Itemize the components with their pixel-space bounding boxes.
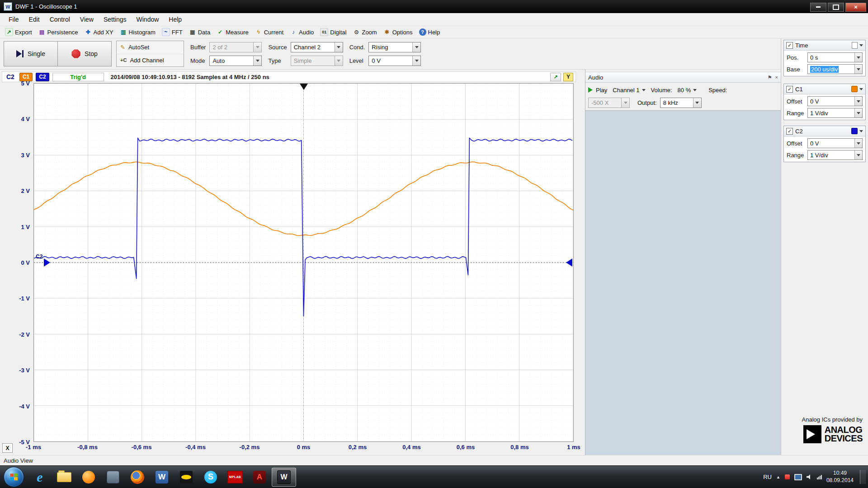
cond-dropdown-icon[interactable] xyxy=(412,42,420,52)
scope-header: C2 C1 C2 Trig'd 2014/09/08 10:49:10.913 … xyxy=(2,71,576,82)
pin-icon[interactable]: ⚑ xyxy=(768,75,772,80)
menu-file[interactable]: File xyxy=(4,14,24,26)
taskbar-adobe-reader[interactable]: A xyxy=(247,468,272,487)
c1-range-select[interactable]: 1 V/div xyxy=(807,108,863,118)
update-tray-icon[interactable] xyxy=(785,474,790,479)
status-text: Audio View xyxy=(4,457,33,464)
clock[interactable]: 10:49 08.09.2014 xyxy=(826,470,854,484)
title-bar[interactable]: W DWF 1 - Oscilloscope 1 × xyxy=(0,0,868,13)
c2-range-select[interactable]: 1 V/div xyxy=(807,150,863,160)
c2-offset-marker[interactable] xyxy=(44,258,50,267)
maximize-button[interactable] xyxy=(828,3,844,12)
network-icon[interactable] xyxy=(817,475,822,479)
taskbar-dev-app[interactable] xyxy=(101,468,125,487)
autoset-button[interactable]: ✎ AutoSet xyxy=(117,41,184,54)
source-select[interactable]: Channel 2 xyxy=(291,42,343,52)
taskbar-media-player[interactable] xyxy=(76,468,101,487)
system-tray: RU ▲ 10:49 08.09.2014 xyxy=(763,470,867,484)
speed-select[interactable]: -500 X xyxy=(588,98,630,108)
time-checkbox[interactable]: ✓ xyxy=(786,42,793,49)
toolbar-digital[interactable]: 01Digital xyxy=(317,27,349,38)
output-select[interactable]: 8 kHz xyxy=(660,98,702,108)
c2-menu-icon[interactable] xyxy=(859,130,863,132)
trigger-level-marker[interactable] xyxy=(566,258,572,267)
channel2-chip[interactable]: C2 xyxy=(36,73,49,81)
audio-channel-select[interactable]: Channel 1 xyxy=(610,85,647,95)
c2-offset-value: 0 V xyxy=(810,140,854,147)
single-label: Single xyxy=(28,50,45,57)
menu-help[interactable]: Help xyxy=(164,14,187,26)
toolbar-options[interactable]: ✱Options xyxy=(380,27,416,38)
time-menu-icon[interactable] xyxy=(859,44,863,47)
type-select[interactable]: Simple xyxy=(291,56,343,66)
buffer-dropdown-icon[interactable] xyxy=(253,42,261,52)
hidden-icons-chevron[interactable]: ▲ xyxy=(776,475,780,479)
stop-button[interactable]: Stop xyxy=(57,41,112,66)
toolbar-audio[interactable]: ♪Audio xyxy=(287,27,317,38)
single-button[interactable]: Single xyxy=(4,41,58,66)
add-channel-button[interactable]: +C Add Channel xyxy=(117,54,184,67)
popout-button[interactable]: ↗ xyxy=(550,73,561,81)
language-indicator[interactable]: RU xyxy=(763,474,772,480)
volume-select[interactable]: 80 % xyxy=(675,85,699,95)
taskbar-batman-app[interactable] xyxy=(174,468,198,487)
source-dropdown-icon[interactable] xyxy=(335,42,343,52)
type-dropdown-icon[interactable] xyxy=(335,56,343,66)
menu-edit[interactable]: Edit xyxy=(24,14,45,26)
c1-offset-select[interactable]: 0 V xyxy=(807,96,863,106)
level-select[interactable]: 0 V xyxy=(368,56,421,66)
autoset-icon: ✎ xyxy=(120,44,125,51)
mode-value: Auto xyxy=(212,57,253,64)
toolbar-export[interactable]: ↗Export xyxy=(2,27,35,38)
buffer-select[interactable]: 2 of 2 xyxy=(209,42,262,52)
menu-control[interactable]: Control xyxy=(45,14,75,26)
toolbar-fft[interactable]: ~FFT xyxy=(159,27,186,38)
toolbar-add-xy[interactable]: ✚Add XY xyxy=(81,27,117,38)
taskbar-mplab[interactable]: MPLAB xyxy=(223,468,247,487)
cond-select[interactable]: Rising xyxy=(368,42,421,52)
toolbar-histogram[interactable]: ▥Histogram xyxy=(117,27,159,38)
play-button[interactable]: Play xyxy=(596,87,607,94)
minimize-button[interactable] xyxy=(810,3,826,12)
taskbar-firefox[interactable] xyxy=(125,468,150,487)
x-axis-button[interactable]: X xyxy=(2,443,13,453)
mode-dropdown-icon[interactable] xyxy=(253,56,261,66)
display-tray-icon[interactable] xyxy=(794,474,802,480)
taskbar-windows-explorer[interactable] xyxy=(52,468,76,487)
taskbar-internet-explorer[interactable]: e xyxy=(28,468,52,487)
folder-icon xyxy=(57,472,71,482)
c2-offset-select[interactable]: 0 V xyxy=(807,138,863,148)
menu-window[interactable]: Window xyxy=(132,14,164,26)
taskbar-waveforms[interactable]: W xyxy=(272,468,296,487)
mode-select[interactable]: Auto xyxy=(209,56,262,66)
menu-view[interactable]: View xyxy=(75,14,99,26)
menu-settings[interactable]: Settings xyxy=(99,14,132,26)
show-desktop-button[interactable] xyxy=(860,470,866,484)
digital-icon: 01 xyxy=(320,28,328,36)
audio-close-icon[interactable]: × xyxy=(775,75,778,80)
taskbar-word[interactable]: W xyxy=(150,468,174,487)
start-button[interactable] xyxy=(4,467,24,487)
toolbar-current[interactable]: ϟCurrent xyxy=(252,27,287,38)
time-options-icon[interactable] xyxy=(852,42,858,49)
pos-select[interactable]: 0 s xyxy=(807,52,863,62)
volume-icon[interactable] xyxy=(807,474,812,480)
c1-checkbox[interactable]: ✓ xyxy=(786,86,793,93)
scope-plot[interactable]: C2 xyxy=(33,83,574,442)
level-dropdown-icon[interactable] xyxy=(412,56,420,66)
c2-checkbox[interactable]: ✓ xyxy=(786,128,793,135)
close-button[interactable]: × xyxy=(845,3,866,12)
toolbar-data[interactable]: ▦Data xyxy=(186,27,213,38)
c1-menu-icon[interactable] xyxy=(859,88,863,90)
trigger-position-marker[interactable] xyxy=(300,84,308,90)
toolbar-zoom[interactable]: ⊙Zoom xyxy=(349,27,380,38)
base-select[interactable]: 200 us/div xyxy=(807,64,863,74)
toolbar-persistence[interactable]: ▤Persistence xyxy=(35,27,81,38)
y-axis-button[interactable]: Y xyxy=(563,73,573,81)
toolbar-measure[interactable]: ✓Measure xyxy=(213,27,252,38)
taskbar-skype[interactable]: S xyxy=(198,468,223,487)
y-tick: -1 V xyxy=(19,295,30,302)
audio-view-canvas[interactable] xyxy=(585,110,781,455)
toolbar-help[interactable]: ?Help xyxy=(416,27,443,38)
time-panel: ✓ Time Pos. 0 s Base 200 us/div xyxy=(783,40,866,76)
